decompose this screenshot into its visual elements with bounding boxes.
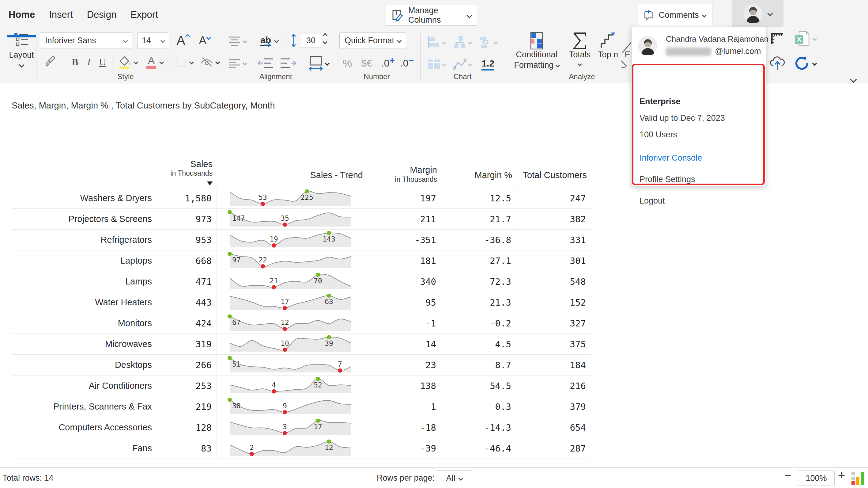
column-header-sales[interactable]: Sales in Thousands <box>158 159 217 188</box>
customers-value[interactable]: 216 <box>517 375 591 396</box>
export-excel-button[interactable]: X <box>790 30 819 47</box>
customers-value[interactable]: 382 <box>517 209 591 229</box>
margin-pct-value[interactable]: 72.3 <box>441 271 517 292</box>
layout-button[interactable]: Layout <box>7 32 36 81</box>
sales-trend-cell[interactable]: 6712 <box>217 313 367 334</box>
font-color-button[interactable]: A <box>143 54 165 70</box>
sales-value[interactable]: 424 <box>158 313 217 334</box>
logout-item[interactable]: Logout <box>640 196 665 206</box>
margin-value[interactable]: -351 <box>367 230 441 250</box>
margin-value[interactable]: -1 <box>367 313 441 334</box>
customers-value[interactable]: 331 <box>517 230 591 250</box>
row-label[interactable]: Monitors <box>12 313 158 334</box>
margin-value[interactable]: 95 <box>367 292 441 313</box>
customers-value[interactable]: 301 <box>517 251 591 271</box>
margin-value[interactable]: 181 <box>367 251 441 271</box>
tab-insert[interactable]: Insert <box>49 9 73 26</box>
margin-pct-value[interactable]: 8.7 <box>441 355 517 375</box>
sales-trend-cell[interactable]: 7021 <box>217 271 367 292</box>
margin-value[interactable]: -39 <box>367 438 441 459</box>
totals-button[interactable]: Totals <box>566 32 594 66</box>
conditional-formatting-button[interactable]: Conditional Formatting <box>512 32 561 70</box>
margin-pct-value[interactable]: 0.3 <box>441 396 517 417</box>
quick-format-select[interactable]: Quick Format <box>339 32 406 49</box>
vertical-align-button[interactable] <box>227 34 248 49</box>
row-label[interactable]: Printers, Scanners & Fax <box>12 396 158 417</box>
zoom-in-button[interactable]: + <box>838 468 845 482</box>
table-chart-button[interactable] <box>425 56 448 73</box>
sales-value[interactable]: 973 <box>158 209 217 229</box>
user-avatar-button[interactable] <box>732 0 783 27</box>
bar-chart-button[interactable] <box>425 34 448 50</box>
decrease-font-size-button[interactable]: A <box>195 32 214 49</box>
sales-value[interactable]: 319 <box>158 334 217 354</box>
font-family-select[interactable]: Inforiver Sans <box>40 32 132 49</box>
sales-trend-cell[interactable]: 309 <box>217 396 367 417</box>
sales-value[interactable]: 253 <box>158 375 217 396</box>
sales-value[interactable]: 1,580 <box>158 188 217 208</box>
font-size-select[interactable]: 14 <box>137 32 169 49</box>
underline-button[interactable]: U <box>96 54 110 70</box>
customers-value[interactable]: 287 <box>517 438 591 459</box>
value-format-button[interactable]: 1.2 <box>476 56 500 73</box>
row-height-stepper[interactable] <box>323 34 327 44</box>
sales-trend-cell[interactable]: 173 <box>217 417 367 438</box>
tab-design[interactable]: Design <box>87 9 117 26</box>
row-label[interactable]: Projectors & Screens <box>12 209 158 229</box>
zoom-out-button[interactable]: − <box>784 468 791 482</box>
margin-pct-value[interactable]: -36.8 <box>441 230 517 250</box>
column-header-margin-pct[interactable]: Margin % <box>441 170 517 188</box>
currency-format-button[interactable]: $€ <box>356 56 377 70</box>
column-header-sales-trend[interactable]: Sales - Trend <box>217 170 367 188</box>
customers-value[interactable]: 152 <box>517 292 591 313</box>
margin-pct-value[interactable]: 21.3 <box>441 292 517 313</box>
text-wrap-button[interactable]: ab <box>256 32 282 49</box>
customers-value[interactable]: 247 <box>517 188 591 208</box>
top-n-button[interactable]: Top n <box>594 32 622 60</box>
row-height-input[interactable]: 30 <box>301 33 321 48</box>
sales-value[interactable]: 443 <box>158 292 217 313</box>
margin-pct-value[interactable]: -46.4 <box>441 438 517 459</box>
cloud-upload-button[interactable] <box>769 55 785 71</box>
sales-value[interactable]: 668 <box>158 251 217 271</box>
margin-value[interactable]: 23 <box>367 355 441 375</box>
margin-pct-value[interactable]: 27.1 <box>441 251 517 271</box>
horizontal-align-button[interactable] <box>227 56 248 70</box>
sales-trend-cell[interactable]: 517 <box>217 355 367 375</box>
margin-value[interactable]: 138 <box>367 375 441 396</box>
format-painter-button[interactable] <box>43 54 60 70</box>
edit-icon[interactable] <box>621 37 633 70</box>
margin-pct-value[interactable]: 54.5 <box>441 375 517 396</box>
ruler-button[interactable] <box>769 31 785 47</box>
row-label[interactable]: Water Heaters <box>12 292 158 313</box>
fit-width-button[interactable] <box>306 55 331 72</box>
customers-value[interactable]: 375 <box>517 334 591 354</box>
decrease-decimal-button[interactable]: .0− <box>398 56 416 70</box>
percent-format-button[interactable]: % <box>339 56 355 70</box>
margin-pct-value[interactable]: -0.2 <box>441 313 517 334</box>
row-label[interactable]: Laptops <box>12 251 158 271</box>
sales-trend-cell[interactable]: 9722 <box>217 251 367 271</box>
bold-button[interactable]: B <box>68 54 82 70</box>
row-label[interactable]: Microwaves <box>12 334 158 354</box>
sales-trend-cell[interactable]: 524 <box>217 375 367 396</box>
customers-value[interactable]: 379 <box>517 396 591 417</box>
sales-value[interactable]: 471 <box>158 271 217 292</box>
column-header-margin[interactable]: Margin in Thousands <box>367 165 441 188</box>
customers-value[interactable]: 548 <box>517 271 591 292</box>
italic-button[interactable]: I <box>82 54 96 70</box>
sparkline-chart-button[interactable] <box>450 56 474 73</box>
increase-font-size-button[interactable]: A <box>173 32 193 49</box>
row-label[interactable]: Air Conditioners <box>12 375 158 396</box>
collapse-ribbon-button[interactable] <box>844 75 863 84</box>
row-label[interactable]: Refrigerators <box>12 230 158 250</box>
row-label[interactable]: Washers & Dryers <box>12 188 158 208</box>
margin-value[interactable]: 1 <box>367 396 441 417</box>
manage-columns-button[interactable]: Manage Columns <box>386 5 477 26</box>
refresh-button[interactable] <box>790 55 819 71</box>
sales-trend-cell[interactable]: 6317 <box>217 292 367 313</box>
sales-trend-cell[interactable]: 122 <box>217 438 367 459</box>
sales-value[interactable]: 83 <box>158 438 217 459</box>
sales-value[interactable]: 953 <box>158 230 217 250</box>
margin-pct-value[interactable]: 4.5 <box>441 334 517 354</box>
